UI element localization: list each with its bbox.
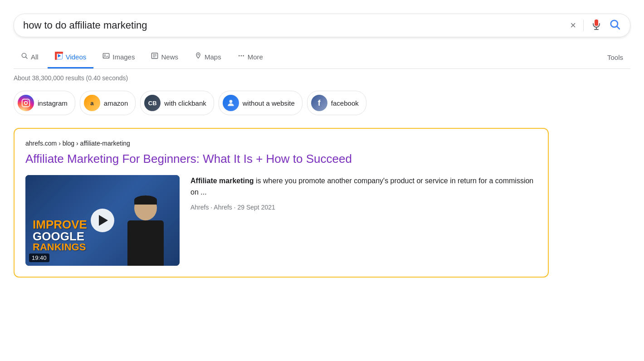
thumb-line3: RANKINGS: [33, 242, 87, 252]
search-bar: ×: [14, 14, 630, 37]
video-duration: 19:40: [29, 254, 49, 262]
svg-point-23: [229, 100, 232, 103]
tab-maps-label: Maps: [205, 53, 221, 61]
tab-news-label: News: [161, 53, 178, 61]
result-snippet: Affiliate marketing is where you promote…: [190, 175, 537, 198]
chip-website-label: without a website: [243, 99, 295, 107]
microphone-icon[interactable]: [591, 19, 602, 32]
svg-line-3: [617, 26, 620, 29]
result-thumbnail[interactable]: IMPROVE GOOGLE RANKINGS 19:40: [25, 175, 180, 266]
result-breadcrumb: ahrefs.com › blog › affiliate-marketing: [25, 140, 537, 147]
tab-images[interactable]: Images: [95, 47, 142, 68]
tab-all[interactable]: All: [14, 47, 46, 68]
tab-all-label: All: [31, 53, 39, 61]
svg-point-21: [24, 102, 28, 105]
chip-facebook-label: facebook: [331, 99, 359, 107]
chip-avatar-facebook: f: [311, 95, 327, 111]
play-triangle: [99, 215, 108, 226]
tab-news[interactable]: News: [144, 47, 185, 68]
chip-facebook[interactable]: f facebook: [307, 91, 366, 115]
clear-icon[interactable]: ×: [570, 20, 576, 31]
chip-avatar-instagram: [18, 95, 34, 111]
search-input[interactable]: [23, 20, 570, 31]
chip-amazon[interactable]: a amazon: [80, 91, 136, 115]
svg-point-18: [240, 55, 242, 57]
snippet-bold: Affiliate marketing: [190, 177, 254, 185]
chip-clickbank-label: with clickbank: [164, 99, 206, 107]
svg-rect-20: [22, 99, 30, 107]
maps-tab-icon: [195, 52, 202, 61]
chip-clickbank[interactable]: CB with clickbank: [140, 91, 214, 115]
news-tab-icon: [151, 52, 158, 61]
chip-instagram-label: instagram: [38, 99, 68, 107]
tools-button[interactable]: Tools: [600, 48, 630, 67]
filter-chips: instagram a amazon CB with clickbank wit…: [14, 91, 630, 115]
chip-website[interactable]: without a website: [219, 91, 302, 115]
nav-tabs: All Videos Images: [14, 46, 630, 69]
svg-point-22: [28, 100, 29, 101]
search-icons: ×: [570, 19, 621, 32]
result-text: Affiliate marketing is where you promote…: [190, 175, 537, 266]
play-button[interactable]: [91, 209, 114, 232]
result-body: IMPROVE GOOGLE RANKINGS 19:40: [25, 175, 537, 266]
results-info: About 38,300,000 results (0.40 seconds): [14, 74, 630, 82]
tab-more-label: More: [248, 53, 263, 61]
search-divider: [583, 20, 584, 31]
thumbnail-text: IMPROVE GOOGLE RANKINGS: [33, 219, 87, 252]
tab-videos[interactable]: Videos: [48, 46, 94, 68]
search-button-icon[interactable]: [609, 19, 621, 32]
tab-videos-label: Videos: [66, 53, 87, 61]
svg-rect-9: [55, 52, 63, 54]
thumb-line2: GOOGLE: [33, 230, 87, 242]
chip-avatar-amazon: a: [84, 95, 100, 111]
thumb-line1: IMPROVE: [33, 219, 87, 230]
svg-point-16: [198, 54, 199, 55]
chip-instagram[interactable]: instagram: [14, 91, 75, 115]
chip-avatar-website: [223, 95, 239, 111]
play-tab-icon: [55, 52, 63, 62]
chip-avatar-clickbank: CB: [144, 95, 161, 111]
svg-point-19: [243, 55, 244, 57]
tab-maps[interactable]: Maps: [187, 47, 229, 68]
svg-point-17: [239, 55, 240, 57]
tab-more[interactable]: More: [230, 47, 270, 68]
thumbnail-person: [121, 193, 171, 266]
svg-line-5: [25, 57, 27, 59]
more-dots-icon: [238, 52, 245, 61]
search-tab-icon: [21, 52, 28, 61]
image-tab-icon: [102, 52, 110, 61]
result-card: ahrefs.com › blog › affiliate-marketing …: [14, 128, 549, 278]
result-title[interactable]: Affiliate Marketing For Beginners: What …: [25, 151, 537, 167]
tab-images-label: Images: [112, 53, 135, 61]
result-meta: Ahrefs · Ahrefs · 29 Sept 2021: [190, 204, 537, 211]
chip-amazon-label: amazon: [104, 99, 128, 107]
svg-point-11: [104, 54, 106, 56]
